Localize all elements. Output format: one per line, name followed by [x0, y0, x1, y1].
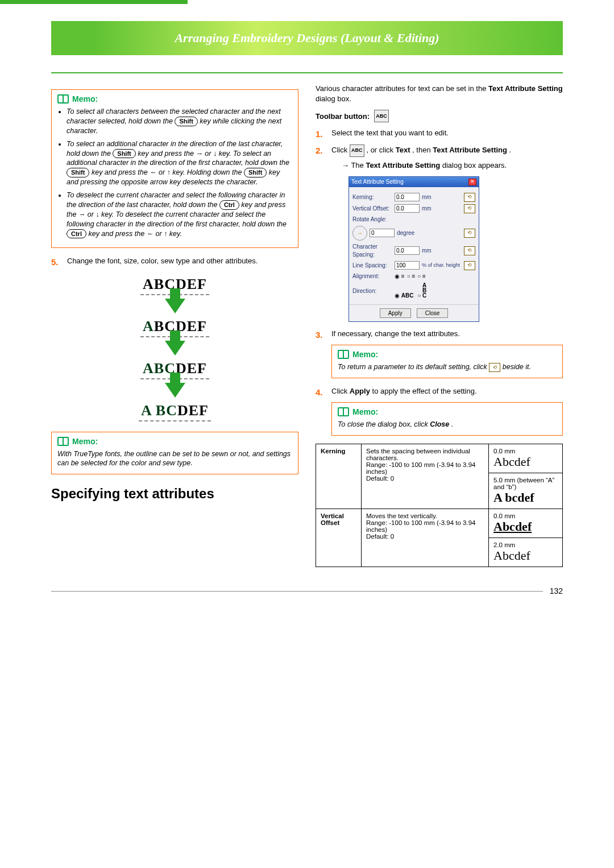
memo-text: To close the dialog box, click Close . — [338, 420, 557, 429]
section-intro: Various character attributes for text ca… — [316, 84, 563, 104]
text-attribute-setting-dialog: Text Attribute Setting ✕ Kerning:mm⟲ Ver… — [349, 176, 479, 322]
shift-key: Shift — [175, 117, 197, 126]
text-attribute-toolbar-button[interactable]: ABC — [374, 110, 389, 122]
attr-sample: 0.0 mm Abcdef — [489, 444, 563, 473]
attribute-reference-table: Kerning Sets the spacing between individ… — [316, 444, 563, 567]
rotate-angle-input[interactable] — [370, 229, 395, 237]
step-4: Click Apply to apply the effect of the s… — [316, 386, 563, 396]
arrow-down-icon — [165, 341, 185, 356]
alignment-label: Alignment: — [352, 272, 392, 280]
step-list-right-cont: Click Apply to apply the effect of the s… — [316, 386, 563, 396]
memo-text: To return a parameter to its default set… — [338, 362, 557, 372]
content-rule — [51, 72, 563, 73]
sample-text: A BCDEF — [139, 401, 211, 421]
line-spacing-label: Line Spacing: — [352, 262, 392, 270]
attr-name: Vertical Offset — [316, 509, 362, 567]
two-column-layout: Memo: To select all characters between t… — [51, 84, 563, 567]
line-spacing-input[interactable] — [395, 261, 420, 270]
memo-icon — [57, 437, 69, 446]
memo-text: With TrueType fonts, the outline can be … — [57, 449, 292, 469]
alignment-options[interactable]: ◉ ≡○ ≡○ ≡ — [395, 272, 428, 280]
char-spacing-label: Character Spacing: — [352, 243, 392, 259]
left-column: Memo: To select all characters between t… — [51, 84, 298, 567]
direction-label: Direction: — [352, 287, 392, 295]
page: Arranging Embroidery Designs (Layout & E… — [0, 21, 614, 618]
close-button[interactable]: Close — [417, 308, 449, 318]
dialog-title: Text Attribute Setting — [351, 178, 404, 186]
apply-button[interactable]: Apply — [380, 308, 411, 318]
memo-heading: Memo: — [352, 407, 378, 416]
toolbar-button-row: Toolbar button: ABC — [316, 110, 563, 122]
page-number: 132 — [543, 586, 563, 596]
footer-rule — [51, 591, 543, 592]
arrow-down-icon — [165, 383, 185, 398]
ctrl-key: Ctrl — [67, 229, 86, 239]
step-list-right: Select the text that you want to edit. C… — [316, 128, 563, 339]
memo-box-shortcuts: Memo: To select all characters between t… — [51, 89, 298, 248]
shift-key: Shift — [244, 168, 267, 177]
attr-name: Kerning — [316, 444, 362, 509]
memo-box-reset: Memo: To return a parameter to its defau… — [331, 345, 563, 378]
attr-sample: 2.0 mm Abcdef — [489, 538, 563, 567]
memo-icon — [338, 350, 349, 359]
memo-heading: Memo: — [72, 94, 98, 104]
section-heading: Specifying text attributes — [51, 486, 298, 502]
attr-sample: 0.0 mm Abcdef — [489, 509, 563, 538]
memo-heading: Memo: — [72, 437, 98, 446]
step-3: If necessary, change the text attributes… — [316, 329, 563, 339]
reset-icon[interactable]: ⟲ — [464, 246, 475, 255]
memo-icon — [57, 94, 69, 104]
memo-box-truetype: Memo: With TrueType fonts, the outline c… — [51, 432, 298, 475]
attr-desc: Sets the spacing between individual char… — [362, 444, 489, 509]
right-column: Various character attributes for text ca… — [316, 84, 563, 567]
page-footer: 132 — [51, 586, 563, 596]
reset-icon[interactable]: ⟲ — [464, 261, 475, 270]
char-spacing-input[interactable] — [395, 246, 420, 255]
toolbar-label: Toolbar button: — [316, 112, 370, 121]
reset-icon[interactable]: ⟲ — [464, 229, 475, 238]
rotate-preview-icon: → — [352, 226, 367, 241]
memo-box-close: Memo: To close the dialog box, click Clo… — [331, 402, 563, 436]
rotate-angle-label: Rotate Angle: — [352, 216, 392, 224]
table-row: Vertical Offset Moves the text verticall… — [316, 509, 563, 538]
font-change-illustration: ABCDEF ABCDEF ABCDEF A BCDEF — [51, 275, 298, 421]
memo-item: To select all characters between the sel… — [67, 107, 292, 136]
shift-key: Shift — [67, 168, 89, 177]
step-list-left: Change the font, size, color, sew type a… — [51, 256, 298, 266]
arrow-down-icon — [165, 299, 185, 313]
dialog-titlebar: Text Attribute Setting ✕ — [349, 177, 479, 187]
ctrl-key: Ctrl — [219, 200, 239, 210]
kerning-input[interactable] — [395, 193, 420, 201]
memo-icon — [338, 407, 349, 416]
vertical-offset-label: Vertical Offset: — [352, 205, 392, 213]
chapter-title: Arranging Embroidery Designs (Layout & E… — [175, 31, 439, 46]
reset-icon[interactable]: ⟲ — [464, 193, 475, 202]
reset-icon: ⟲ — [489, 363, 500, 372]
attr-desc: Moves the text vertically. Range: -100 t… — [362, 509, 489, 567]
chapter-banner: Arranging Embroidery Designs (Layout & E… — [51, 21, 563, 55]
direction-options[interactable]: ◉ ABC ○ ABC — [395, 283, 431, 300]
step-2: Click ABC , or click Text , then Text At… — [316, 144, 563, 322]
attr-sample: 5.0 mm (between “A” and “b”) A bcdef — [489, 473, 563, 509]
step-1: Select the text that you want to edit. — [316, 128, 563, 138]
text-attribute-toolbar-button[interactable]: ABC — [350, 144, 364, 157]
memo-heading: Memo: — [352, 350, 378, 359]
reset-icon[interactable]: ⟲ — [464, 204, 475, 213]
memo-item: To select an additional character in the… — [67, 139, 292, 187]
shift-key: Shift — [113, 149, 135, 159]
table-row: Kerning Sets the spacing between individ… — [316, 444, 563, 473]
kerning-label: Kerning: — [352, 193, 392, 201]
memo-item: To deselect the current character and se… — [67, 191, 292, 238]
step-2-result: → The Text Attribute Setting dialog box … — [342, 160, 563, 171]
step-5: Change the font, size, color, sew type a… — [51, 256, 298, 266]
vertical-offset-input[interactable] — [395, 204, 420, 213]
close-icon[interactable]: ✕ — [468, 179, 476, 185]
top-accent — [0, 0, 188, 4]
